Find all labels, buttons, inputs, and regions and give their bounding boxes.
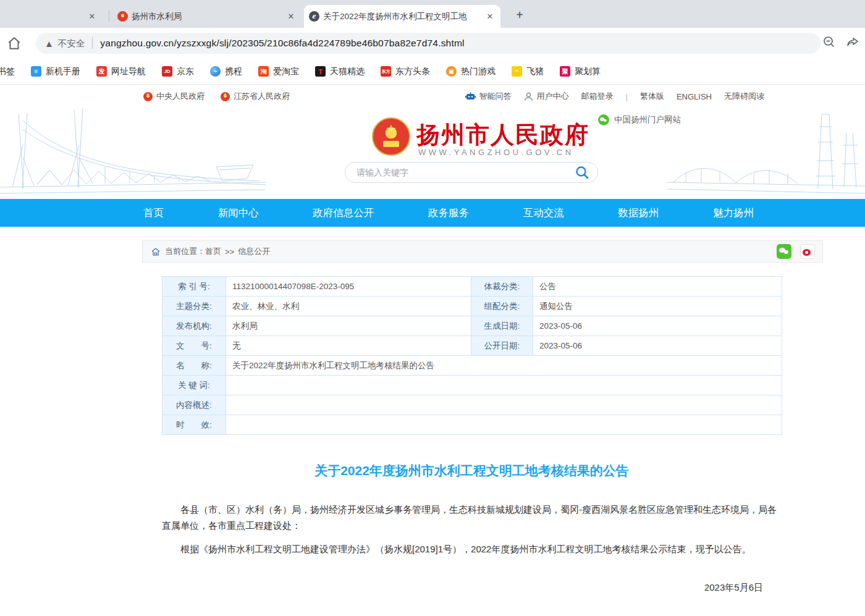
security-label[interactable]: 不安全 bbox=[58, 38, 85, 49]
nav-data-yangzhou[interactable]: 数据扬州 bbox=[618, 206, 659, 220]
tab-partial[interactable]: ✕ bbox=[86, 5, 111, 28]
tab-separator bbox=[109, 11, 109, 22]
breadcrumb-prefix: 当前位置： bbox=[165, 246, 205, 257]
bookmark-phone-bookmarks[interactable]: 机书签 bbox=[0, 66, 15, 77]
bookmark-fliggy[interactable]: ᴖ 飞猪 bbox=[512, 66, 544, 77]
label-document-number: 文 号: bbox=[162, 336, 226, 356]
main-navigation: 首页 新闻中心 政府信息公开 政务服务 互动交流 数据扬州 魅力扬州 bbox=[0, 199, 865, 227]
label-index-number: 索 引 号: bbox=[162, 277, 226, 297]
portal-label: 中国扬州门户网站 bbox=[614, 114, 681, 125]
portal-label-group: 中国扬州门户网站 bbox=[598, 114, 681, 125]
breadcrumb-separator: >> bbox=[225, 247, 234, 256]
nav-site-icon: 发 bbox=[96, 66, 107, 77]
table-row: 时 效: bbox=[162, 415, 782, 435]
close-icon[interactable]: ✕ bbox=[484, 11, 496, 22]
tab-yangzhou-water-bureau[interactable]: 扬州市水利局 ✕ bbox=[112, 5, 302, 28]
nav-home[interactable]: 首页 bbox=[143, 206, 164, 220]
link-smart-qa[interactable]: 智能问答 bbox=[465, 91, 512, 102]
value-content-summary bbox=[226, 395, 782, 415]
site-search-box[interactable] bbox=[345, 162, 598, 183]
nav-gov-info-disclosure[interactable]: 政府信息公开 bbox=[313, 206, 374, 220]
link-accessibility[interactable]: 无障碍阅读 bbox=[724, 91, 764, 102]
bridge-sketch-left bbox=[0, 108, 266, 199]
national-emblem-logo bbox=[372, 117, 410, 156]
label-content-summary: 内容概述: bbox=[162, 395, 226, 415]
bookmark-new-device-manual[interactable]: ≡ 新机手册 bbox=[31, 66, 80, 77]
not-secure-warning-icon[interactable]: ▲ bbox=[44, 38, 54, 49]
label-group-category: 组配分类: bbox=[471, 297, 533, 316]
close-icon[interactable]: ✕ bbox=[285, 11, 297, 22]
zoom-out-icon[interactable] bbox=[822, 35, 837, 49]
link-user-center[interactable]: 用户中心 bbox=[524, 91, 569, 102]
nav-interaction[interactable]: 互动交流 bbox=[523, 206, 564, 220]
breadcrumb-current-link[interactable]: 信息公开 bbox=[238, 246, 270, 257]
link-central-government[interactable]: 中央人民政府 bbox=[143, 91, 205, 102]
label-keywords: 关 键 词: bbox=[162, 376, 226, 395]
value-issuing-agency: 水利局 bbox=[226, 316, 471, 336]
article-paragraph: 各县（市、区）水利（务）局，扬州经济开发区城乡事务管理局，生态科技新城规划建设局… bbox=[162, 502, 782, 534]
bookmark-juhuasuan[interactable]: 聚 聚划算 bbox=[560, 66, 601, 77]
share-icon[interactable] bbox=[845, 35, 860, 49]
label-validity: 时 效: bbox=[162, 415, 226, 435]
label-genre-category: 体裁分类: bbox=[471, 277, 533, 297]
jd-icon: JD bbox=[162, 66, 172, 77]
table-row: 文 号: 无 公开日期: 2023-05-06 bbox=[162, 336, 782, 356]
divider: | bbox=[626, 92, 628, 101]
bookmark-eastday[interactable]: 东方 东方头条 bbox=[381, 66, 430, 77]
link-english[interactable]: ENGLISH bbox=[677, 92, 712, 101]
bookmark-tmall[interactable]: T 天猫精选 bbox=[315, 66, 365, 77]
search-input[interactable] bbox=[357, 167, 574, 177]
site-utility-bar: 中央人民政府 江苏省人民政府 智能问答 用户中心 邮箱登录 | 繁体版 ENGL… bbox=[0, 85, 865, 108]
bookmark-hot-games[interactable]: ▣ 热门游戏 bbox=[446, 66, 496, 77]
user-icon bbox=[524, 92, 533, 101]
table-row: 关 键 词: bbox=[162, 376, 782, 395]
link-traditional-chinese[interactable]: 繁体版 bbox=[640, 91, 664, 102]
tab-active-announcement[interactable]: 关于2022年度扬州市水利工程文明工地 ✕ bbox=[304, 5, 500, 28]
bookmark-jd[interactable]: JD 京东 bbox=[162, 66, 194, 77]
nav-gov-services[interactable]: 政务服务 bbox=[428, 206, 469, 220]
breadcrumb-home-link[interactable]: 首页 bbox=[205, 246, 221, 257]
taobao-icon: 淘 bbox=[258, 66, 269, 77]
article-date: 2023年5月6日 bbox=[162, 582, 782, 594]
close-icon[interactable]: ✕ bbox=[86, 11, 98, 22]
value-keywords bbox=[226, 376, 782, 395]
link-mail-login[interactable]: 邮箱登录 bbox=[581, 91, 614, 102]
bookmarks-bar: 机书签 ≡ 新机手册 发 网址导航 JD 京东 ~ 携程 淘 爱淘宝 T 天猫精… bbox=[0, 59, 865, 85]
weibo-share-icon[interactable] bbox=[800, 244, 815, 259]
address-bar[interactable]: ▲ 不安全 yangzhou.gov.cn/yzszxxgk/slj/20230… bbox=[36, 33, 821, 54]
search-icon[interactable] bbox=[574, 164, 590, 180]
gov-emblem-icon bbox=[143, 92, 153, 101]
url-text[interactable]: yangzhou.gov.cn/yzszxxgk/slj/202305/210c… bbox=[100, 38, 464, 49]
site-name: 扬州市人民政府 bbox=[416, 119, 589, 151]
home-icon[interactable] bbox=[6, 35, 22, 51]
tab-title: 关于2022年度扬州市水利工程文明工地 bbox=[323, 11, 481, 22]
bridge-sketch-right bbox=[667, 108, 865, 199]
ctrip-dolphin-icon: ~ bbox=[210, 66, 221, 77]
table-row: 名 称: 关于2022年度扬州市水利工程文明工地考核结果的公告 bbox=[162, 356, 782, 376]
link-jiangsu-government[interactable]: 江苏省人民政府 bbox=[221, 91, 290, 102]
label-topic-category: 主题分类: bbox=[162, 297, 226, 316]
wechat-share-icon[interactable] bbox=[777, 244, 791, 259]
page-favicon bbox=[309, 11, 319, 22]
eastday-icon: 东方 bbox=[381, 66, 391, 77]
omnibox-divider bbox=[92, 38, 93, 49]
bookmark-url-navigation[interactable]: 发 网址导航 bbox=[96, 66, 146, 77]
juhuasuan-icon: 聚 bbox=[560, 66, 570, 77]
label-publish-date: 公开日期: bbox=[471, 336, 533, 356]
breadcrumb: 当前位置： 首页 >> 信息公开 bbox=[142, 240, 823, 263]
bookmark-aitaobao[interactable]: 淘 爱淘宝 bbox=[258, 66, 299, 77]
table-row: 内容概述: bbox=[162, 395, 782, 415]
nav-news-center[interactable]: 新闻中心 bbox=[218, 206, 259, 220]
manual-icon: ≡ bbox=[31, 66, 41, 77]
table-row: 索 引 号: 11321000014407098E-2023-095 体裁分类:… bbox=[162, 277, 782, 297]
label-title: 名 称: bbox=[162, 356, 226, 376]
value-title: 关于2022年度扬州市水利工程文明工地考核结果的公告 bbox=[226, 356, 782, 376]
games-icon: ▣ bbox=[446, 66, 457, 77]
value-group-category: 通知公告 bbox=[533, 297, 782, 316]
bookmark-ctrip[interactable]: ~ 携程 bbox=[210, 66, 242, 77]
tab-title: 扬州市水利局 bbox=[132, 11, 282, 22]
nav-charm-yangzhou[interactable]: 魅力扬州 bbox=[713, 206, 754, 220]
breadcrumb-home-icon bbox=[151, 248, 160, 256]
new-tab-button[interactable]: + bbox=[512, 7, 528, 23]
value-index-number: 11321000014407098E-2023-095 bbox=[226, 277, 471, 297]
